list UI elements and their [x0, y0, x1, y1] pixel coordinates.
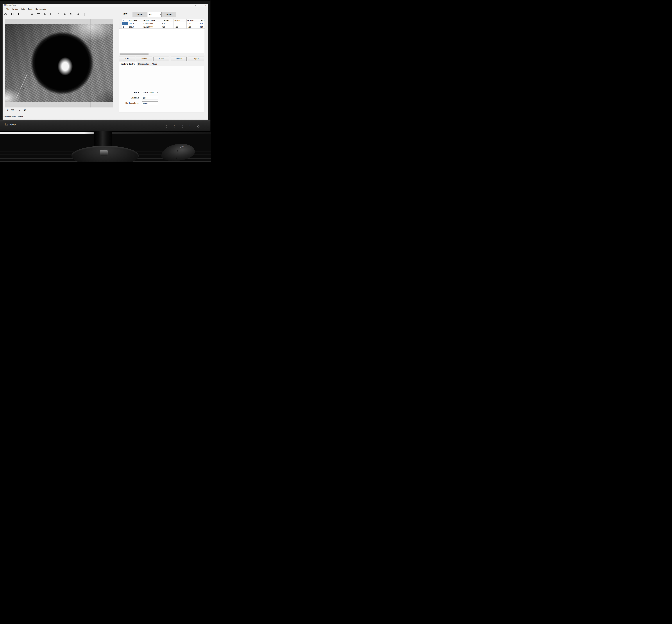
stand-joint [100, 150, 108, 156]
status-bar: System Status: Normal [3, 115, 208, 120]
microscope-view[interactable] [5, 19, 113, 107]
tab-strip: Machine Control Statistics Info Album [119, 62, 204, 66]
screen: Hardness Tester – ▢ ✕ File Device Data T… [3, 4, 208, 120]
cell-hardness-type[interactable]: HBW10/3000 [142, 25, 161, 28]
input-source-icon: ▮ [187, 125, 193, 128]
cell-dav[interactable]: 4.29 [199, 22, 205, 25]
grid-icon[interactable] [37, 12, 40, 16]
menu-bar: File Device Data Tools Configuration [3, 7, 208, 11]
hardness-level-value: Middle [143, 102, 148, 104]
zoom-out-icon[interactable] [77, 12, 79, 16]
chevron-down-icon [157, 103, 158, 103]
cell-dav[interactable]: 4.29 [199, 25, 205, 28]
maximize-button[interactable]: ▢ [200, 4, 201, 6]
horizontal-scrollbar[interactable] [119, 53, 204, 55]
clear-button[interactable]: Clear [153, 56, 169, 61]
col-d2: D2(mm) [186, 19, 199, 22]
angle-measure-icon[interactable] [57, 12, 60, 16]
cell-hardness-type[interactable]: HBW10/3000 [142, 22, 161, 25]
row-marker-empty [119, 25, 122, 28]
toolbar [3, 11, 208, 17]
tab-statistics-info[interactable]: Statistics Info [137, 62, 151, 66]
scrollbar-thumb[interactable] [120, 53, 149, 55]
chevron-down-icon [157, 92, 158, 93]
report-button[interactable]: Report [188, 56, 204, 61]
open-file-icon[interactable] [4, 12, 7, 16]
cell-hardness[interactable]: 198.0 [128, 25, 142, 28]
volume-icon: ◉ [164, 125, 169, 128]
chevron-down-icon [160, 14, 161, 15]
power-icon [196, 126, 201, 128]
y-value: 143 [23, 109, 26, 111]
hv-selected-value: HV [149, 14, 152, 16]
cursor-coordinates: X:965Y:143 [7, 109, 28, 111]
tab-album[interactable]: Album [151, 62, 159, 66]
width-measure-icon[interactable] [50, 12, 53, 16]
lenovo-logo: Lenovo [5, 123, 16, 126]
close-button[interactable]: ✕ [205, 4, 207, 6]
diamond-indenter-icon[interactable] [64, 12, 67, 16]
force-value: HBW10/3000 [143, 92, 153, 94]
photo-scene: Hardness Tester – ▢ ✕ File Device Data T… [0, 0, 211, 162]
menu-device[interactable]: Device [11, 8, 18, 10]
menu-data[interactable]: Data [20, 8, 25, 10]
hbw-label: HBW [123, 13, 127, 15]
cell-d1[interactable]: 4.29 [174, 22, 186, 25]
navigate-icons: ◁▷ [179, 125, 185, 128]
specimen-image [5, 24, 113, 102]
col-hardness-type: Hardness Type [142, 19, 161, 22]
col-qualified: Qualified [161, 19, 174, 22]
cell-num[interactable]: 1 [122, 22, 128, 25]
row-marker: ▶ [119, 22, 122, 25]
cell-d2[interactable]: 4.29 [186, 25, 199, 28]
cell-d2[interactable]: 4.29 [186, 22, 199, 25]
crosshair-plus-icon[interactable] [83, 12, 86, 16]
table-header-row: # Hardness Hardness Type Qualified D1(mm… [119, 19, 204, 22]
hv-scale-select[interactable]: HV [148, 12, 161, 17]
objective-label: Objective [119, 97, 139, 99]
crosshair-vertical-right [90, 19, 91, 107]
app-icon [4, 4, 6, 6]
system-status: System Status: Normal [3, 116, 23, 118]
x-value: 965 [11, 109, 14, 111]
statistics-button[interactable]: Statistics [171, 56, 186, 61]
col-dav: Dav(mm) [199, 19, 205, 22]
cell-qualified[interactable]: YES [161, 22, 174, 25]
pause-icon[interactable] [24, 12, 27, 16]
mouse-button-seam [176, 150, 177, 159]
y-label: Y: [19, 109, 21, 111]
row-selector-header [119, 19, 122, 22]
menu-configuration[interactable]: Configuration [35, 8, 47, 10]
chevron-down-icon [157, 98, 158, 98]
calibrate-crosshair-icon[interactable] [30, 12, 33, 16]
results-table[interactable]: # Hardness Hardness Type Qualified D1(mm… [119, 19, 205, 55]
play-icon[interactable] [17, 12, 20, 16]
cell-d1[interactable]: 4.29 [174, 25, 186, 28]
cursor-icon[interactable] [44, 12, 47, 16]
objective-select[interactable]: 20X [142, 96, 158, 100]
hardness-level-label: Hardness Level [119, 102, 139, 104]
menu-file[interactable]: File [5, 8, 9, 10]
zoom-in-icon[interactable] [70, 12, 73, 16]
hv-value: 198.0 [161, 12, 176, 17]
table-row[interactable]: 2 198.0 HBW10/3000 YES 4.29 4.29 4.29 [119, 25, 204, 29]
delete-button[interactable]: Delete [136, 56, 152, 61]
save-icon[interactable] [11, 12, 14, 16]
cell-hardness[interactable]: 198.0 [128, 22, 142, 25]
cell-qualified[interactable]: YES [161, 25, 174, 28]
force-select[interactable]: HBW10/3000 [142, 91, 158, 94]
monitor-bezel: Hardness Tester – ▢ ✕ File Device Data T… [0, 1, 210, 131]
edit-button[interactable]: Edit [119, 56, 135, 61]
hbw-value: 198.0 [132, 12, 147, 17]
force-label: Force [119, 92, 139, 94]
tab-machine-control[interactable]: Machine Control [119, 62, 137, 66]
hardness-level-select[interactable]: Middle [142, 101, 158, 105]
col-num: # [122, 19, 128, 22]
menu-tools[interactable]: Tools [27, 8, 33, 10]
table-row[interactable]: ▶ 1 198.0 HBW10/3000 YES 4.29 4.29 4.29 [119, 22, 204, 25]
minimize-button[interactable]: – [195, 4, 196, 6]
cell-num[interactable]: 2 [122, 25, 128, 28]
monitor-bottom-bezel: Lenovo ◉ ▣ ◁▷ ▮ [0, 120, 210, 131]
mouse-brand-logo: Lenovo [180, 146, 184, 148]
window-title: Hardness Tester [6, 4, 16, 6]
